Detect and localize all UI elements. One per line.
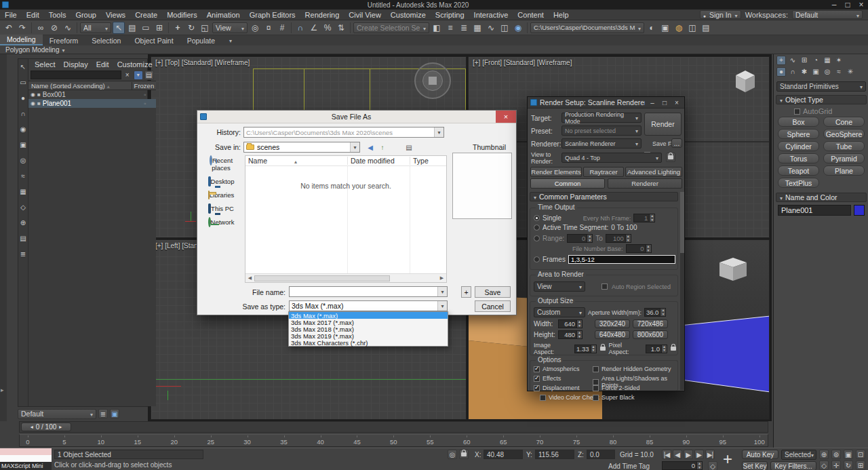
named-selection-dropdown[interactable]: Create Selection Se xyxy=(353,22,429,33)
object-type-rollout[interactable]: Object Type xyxy=(776,95,867,104)
next-frame-button[interactable] xyxy=(694,450,704,459)
file-name-input[interactable] xyxy=(289,286,448,297)
super-black-checkbox[interactable] xyxy=(593,395,599,401)
column-header-name[interactable]: Name xyxy=(245,157,347,165)
tab-render-elements[interactable]: Render Elements xyxy=(530,167,582,177)
menu-item[interactable]: Civil View xyxy=(344,11,385,19)
se-display-groups-icon[interactable] xyxy=(18,171,28,180)
z-coordinate-field[interactable]: 0.0 xyxy=(587,450,615,459)
select-and-scale-icon[interactable] xyxy=(199,22,211,34)
renderer-dropdown[interactable]: Scanline Renderer xyxy=(561,138,642,149)
save-in-dropdown[interactable]: scenes xyxy=(243,142,360,153)
scroll-left-icon[interactable]: ◀ xyxy=(245,275,254,281)
rectangular-region-icon[interactable] xyxy=(140,22,152,34)
close-icon[interactable] xyxy=(672,98,682,107)
menu-item[interactable]: Help xyxy=(549,11,574,19)
display-tab-icon[interactable] xyxy=(823,56,832,65)
effects-checkbox[interactable] xyxy=(534,376,540,382)
track-bar[interactable]: 0510152025303540455055606570758085909510… xyxy=(19,434,768,447)
menu-item[interactable]: Graph Editors xyxy=(245,11,300,19)
frozen-column-header[interactable]: Frozen xyxy=(132,82,156,90)
name-color-rollout[interactable]: Name and Color xyxy=(776,193,867,202)
save-button[interactable]: Save xyxy=(475,286,511,298)
preset-dropdown[interactable]: No preset selected xyxy=(561,125,642,136)
cancel-button[interactable]: Cancel xyxy=(475,300,511,312)
window-crossing-icon[interactable] xyxy=(153,22,165,34)
se-menu-select[interactable]: Select xyxy=(31,60,59,68)
place-desktop[interactable]: Desktop xyxy=(201,178,241,185)
target-dropdown[interactable]: Production Rendering Mode xyxy=(561,113,642,123)
visibility-icon[interactable] xyxy=(31,100,35,106)
zoom-icon[interactable] xyxy=(819,450,829,459)
maximize-icon[interactable] xyxy=(841,1,854,9)
field-of-view-icon[interactable] xyxy=(819,461,829,470)
lights-category-icon[interactable] xyxy=(800,67,809,77)
lock-pixel-aspect-icon[interactable] xyxy=(669,345,677,353)
force-2-sided-checkbox[interactable] xyxy=(593,385,599,391)
range-from-spinner[interactable]: 0▲▼ xyxy=(567,234,593,243)
auto-region-checkbox[interactable] xyxy=(601,283,608,290)
reference-coordinate-dropdown[interactable]: View xyxy=(212,22,248,33)
up-one-level-icon[interactable] xyxy=(378,142,387,152)
modify-tab-icon[interactable] xyxy=(788,56,797,65)
selection-filter-dropdown[interactable]: All xyxy=(80,22,111,33)
height-spinner[interactable]: 480▲▼ xyxy=(558,330,583,339)
type-option[interactable]: 3ds Max 2018 (*.max) xyxy=(289,326,448,332)
object-type-button[interactable]: TextPlus xyxy=(778,178,819,188)
render-dialog-titlebar[interactable]: Render Setup: Scanline Renderer xyxy=(528,97,684,109)
cameras-category-icon[interactable] xyxy=(811,67,821,77)
helpers-category-icon[interactable] xyxy=(823,67,832,77)
object-name[interactable]: Plane001 xyxy=(43,100,71,107)
column-header-date[interactable]: Date modified xyxy=(347,157,410,165)
object-color-swatch[interactable] xyxy=(854,205,865,216)
filter-icon[interactable] xyxy=(134,71,143,80)
se-display-geometry-icon[interactable] xyxy=(18,77,28,87)
sign-in-button[interactable]: Sign In xyxy=(700,10,741,19)
se-display-materials-icon[interactable] xyxy=(18,233,28,243)
ribbon-tab-object-paint[interactable]: Object Paint xyxy=(127,36,180,45)
pan-icon[interactable] xyxy=(831,461,841,470)
object-type-button[interactable]: Cone xyxy=(823,117,865,127)
menu-item[interactable]: Animation xyxy=(202,11,245,19)
shapes-category-icon[interactable] xyxy=(788,67,797,77)
schematic-view-icon[interactable] xyxy=(498,22,511,34)
menu-item[interactable]: Edit xyxy=(22,11,44,19)
viewcube-top-face[interactable] xyxy=(429,77,437,85)
rendered-frame-window-icon[interactable] xyxy=(659,22,671,34)
menu-item[interactable]: Modifiers xyxy=(162,11,202,19)
select-and-move-icon[interactable] xyxy=(172,22,184,34)
view-to-render-dropdown[interactable]: Quad 4 - Top xyxy=(561,153,662,163)
scrollbar-thumb[interactable] xyxy=(680,192,684,253)
object-name[interactable]: Box001 xyxy=(43,91,66,98)
range-radio[interactable] xyxy=(534,235,540,241)
ribbon-toggle-icon[interactable] xyxy=(471,22,484,34)
name-column-header[interactable]: Name (Sorted Ascending) xyxy=(28,82,132,90)
se-menu-display[interactable]: Display xyxy=(60,60,92,68)
scrollbar-thumb[interactable] xyxy=(254,275,390,281)
isolate-selection-icon[interactable] xyxy=(448,450,457,459)
preset-720x486-button[interactable]: 720x486 xyxy=(633,319,668,328)
time-slider-handle[interactable]: ◂0 / 100▸ xyxy=(21,423,71,431)
frozen-toggle-icon[interactable] xyxy=(144,100,146,107)
horizontal-scrollbar[interactable]: ◀ ▶ xyxy=(245,273,446,282)
view-menu-icon[interactable] xyxy=(404,142,414,152)
select-and-rotate-icon[interactable] xyxy=(185,22,197,34)
lock-selection-icon[interactable] xyxy=(459,450,469,459)
minimize-icon[interactable] xyxy=(648,98,657,107)
play-button[interactable] xyxy=(684,450,693,459)
project-path-dropdown[interactable]: C:\Users\Casper\Documents\3ds Max 2020 xyxy=(530,22,644,33)
explorer-list-icon[interactable] xyxy=(98,409,108,418)
explorer-new-icon[interactable] xyxy=(110,409,119,418)
menu-item[interactable]: Group xyxy=(71,11,101,19)
save-dialog-titlebar[interactable]: Save File As xyxy=(197,111,516,123)
motion-tab-icon[interactable] xyxy=(811,56,821,65)
se-display-cameras-icon[interactable] xyxy=(18,124,28,134)
file-number-base-spinner[interactable]: 0▲▼ xyxy=(626,244,652,253)
back-icon[interactable] xyxy=(366,142,375,152)
material-editor-icon[interactable] xyxy=(512,22,524,34)
go-to-start-button[interactable] xyxy=(662,450,671,459)
active-segment-radio[interactable] xyxy=(534,224,540,231)
viewport-top-label[interactable]: [+] [Top] [Standard] [Wireframe] xyxy=(155,59,250,66)
history-dropdown[interactable]: C:\Users\Casper\Documents\3ds Max 2020\s… xyxy=(243,127,444,138)
se-display-lights-icon[interactable] xyxy=(18,109,28,118)
